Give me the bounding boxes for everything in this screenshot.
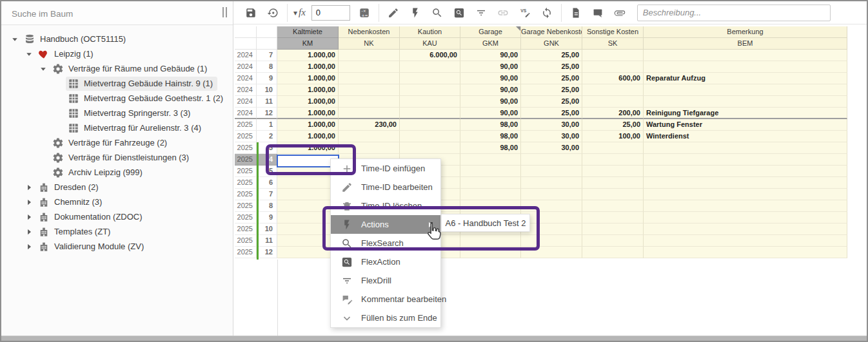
column-header-SK[interactable]: Sonstige Kosten	[582, 26, 644, 38]
grid-cell[interactable]	[582, 166, 644, 177]
tree-item-selected[interactable]: Mietvertrag Gebäude Hainstr. 9 (1)	[1, 76, 233, 91]
grid-cell[interactable]	[644, 200, 847, 212]
save-button[interactable]	[240, 3, 262, 23]
grid-cell[interactable]	[521, 154, 582, 166]
tree-item-node[interactable]: Dokumentation (ZDOC)	[1, 209, 233, 224]
grid-cell[interactable]	[339, 84, 400, 96]
grid-cell[interactable]: 600,00	[582, 73, 644, 84]
grid-cell[interactable]: 1.000,00	[277, 131, 339, 142]
grid-cell[interactable]	[582, 96, 644, 108]
grid-cell[interactable]	[521, 177, 582, 189]
grid-cell[interactable]	[400, 142, 460, 154]
row-header-month[interactable]: 11	[257, 235, 277, 247]
grid-cell[interactable]: 90,00	[460, 50, 521, 61]
grid-cell[interactable]: 90,00	[460, 108, 521, 119]
grid-cell[interactable]: 98,00	[460, 142, 521, 154]
grid-cell[interactable]: 30,00	[521, 119, 582, 131]
grid-cell[interactable]: 6.000,00	[400, 50, 460, 61]
grid-cell[interactable]	[582, 223, 644, 235]
grid-cell[interactable]	[644, 142, 847, 154]
grid-cell[interactable]	[644, 247, 847, 258]
row-header-year[interactable]: 2024	[235, 84, 257, 96]
grid-cell[interactable]: 98,00	[460, 119, 521, 131]
brush-button[interactable]	[382, 3, 404, 23]
horizontal-scrollbar[interactable]	[1, 336, 867, 341]
grid-cell[interactable]	[521, 223, 582, 235]
grid-cell[interactable]	[582, 84, 644, 96]
menu-item-time-id-einf-gen[interactable]: Time-ID einfügen	[331, 159, 440, 178]
grid-cell[interactable]: 1.000,00	[277, 142, 339, 154]
row-header-year[interactable]: 2024	[235, 50, 257, 61]
grid-cell[interactable]: 100,00	[582, 131, 644, 142]
chevron-right-icon[interactable]	[22, 241, 36, 252]
row-header-year[interactable]: 2025	[235, 247, 257, 258]
row-header-month[interactable]: 10	[257, 84, 277, 96]
grid-cell[interactable]	[339, 96, 400, 108]
grid-cell[interactable]	[644, 235, 847, 247]
row-header-month[interactable]: 9	[257, 73, 277, 84]
row-header-year[interactable]: 2025	[235, 223, 257, 235]
grid-cell[interactable]	[644, 189, 847, 200]
link-button[interactable]	[492, 3, 514, 23]
menu-item-actions[interactable]: Actions	[331, 215, 440, 234]
row-header-month[interactable]: 8	[257, 200, 277, 212]
refresh-button[interactable]	[536, 3, 558, 23]
row-header-year[interactable]: 2024	[235, 61, 257, 73]
grid-cell[interactable]	[644, 166, 847, 177]
grid-cell[interactable]	[339, 131, 400, 142]
grid-cell[interactable]: 25,00	[521, 73, 582, 84]
grid-cell[interactable]: 25,00	[582, 119, 644, 131]
column-header-NK[interactable]: Nebenkosten	[339, 26, 400, 38]
grid-cell[interactable]	[644, 177, 847, 189]
menu-item-flexdrill[interactable]: FlexDrill	[331, 271, 440, 290]
document-button[interactable]	[565, 3, 587, 23]
row-header-month[interactable]: 1	[257, 119, 277, 131]
row-header-year[interactable]: 2025	[235, 212, 257, 223]
grid-cell[interactable]	[582, 50, 644, 61]
grid-cell[interactable]	[582, 189, 644, 200]
grid-cell[interactable]: 25,00	[521, 61, 582, 73]
grid-cell[interactable]	[460, 154, 521, 166]
grid-cell[interactable]	[400, 84, 460, 96]
grid-cell[interactable]	[521, 235, 582, 247]
chevron-down-icon[interactable]	[8, 33, 22, 45]
grid-cell[interactable]: Reinigung Tiefgarage	[644, 108, 847, 119]
grid-cell[interactable]: 25,00	[521, 96, 582, 108]
grid-cell[interactable]: 1.000,00	[277, 108, 339, 119]
grid-cell[interactable]	[339, 50, 400, 61]
grid-cell[interactable]: 90,00	[460, 84, 521, 96]
grid-cell[interactable]	[460, 177, 521, 189]
menu-item-time-id-l-schen[interactable]: Time-ID löschen	[331, 196, 440, 215]
grid-cell[interactable]	[644, 61, 847, 73]
tree-item-node[interactable]: Mietvertrag für Aurelienstr. 3 (4)	[1, 120, 233, 135]
flex-action-button[interactable]	[448, 3, 470, 23]
row-header-year[interactable]: 2025	[235, 166, 257, 177]
grid-cell[interactable]	[582, 61, 644, 73]
row-header-year[interactable]: 2025	[235, 131, 257, 142]
row-header-year[interactable]: 2024	[235, 108, 257, 119]
grid-cell[interactable]: 90,00	[460, 73, 521, 84]
history-button[interactable]	[262, 3, 284, 23]
grid-cell[interactable]	[644, 96, 847, 108]
grid-cell[interactable]	[582, 212, 644, 223]
description-input[interactable]	[637, 5, 831, 21]
panel-splitter-handle[interactable]	[222, 7, 229, 19]
row-header-month[interactable]: 6	[257, 177, 277, 189]
row-header-month[interactable]: 9	[257, 212, 277, 223]
row-header-month[interactable]: 5	[257, 166, 277, 177]
row-header-month[interactable]: 3	[257, 142, 277, 154]
grid-cell[interactable]: 1.000,00	[277, 119, 339, 131]
grid-cell[interactable]	[277, 235, 339, 247]
grid-cell[interactable]	[400, 73, 460, 84]
tree-item-node[interactable]: Verträge für Dienstleistungen (3)	[1, 150, 233, 165]
grid-cell[interactable]	[582, 177, 644, 189]
row-header-year[interactable]: 2024	[235, 73, 257, 84]
row-header-month[interactable]: 11	[257, 96, 277, 108]
grid-cell[interactable]: 30,00	[521, 142, 582, 154]
row-header-year[interactable]: 2025	[235, 119, 257, 131]
grid-cell[interactable]: 1.000,00	[277, 50, 339, 61]
comment-button[interactable]	[587, 3, 609, 23]
menu-item-flexsearch[interactable]: FlexSearch	[331, 234, 440, 252]
grid-cell[interactable]	[644, 212, 847, 223]
grid-cell[interactable]	[521, 200, 582, 212]
